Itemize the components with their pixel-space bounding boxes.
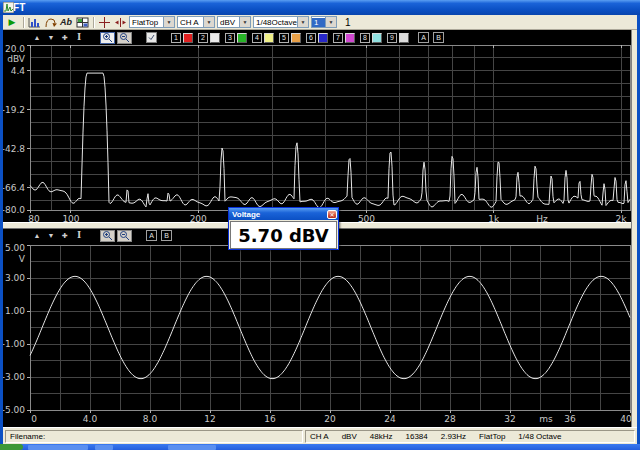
- ibeam-cursor-icon[interactable]: I: [72, 31, 86, 44]
- scroll-down-icon[interactable]: ▼: [44, 229, 58, 242]
- chevron-down-icon[interactable]: ▼: [325, 17, 336, 27]
- x-tick-label: 36: [564, 414, 576, 424]
- zoom-out-button[interactable]: [117, 32, 132, 44]
- channel-color-swatch[interactable]: [372, 33, 382, 43]
- channel-button-4[interactable]: 4: [252, 33, 262, 43]
- y-tick-label: -19.2: [2, 105, 25, 115]
- x-tick-label: 200: [190, 214, 207, 222]
- play-icon: ▶: [9, 18, 16, 27]
- waveform-panel-toolbar: ▲ ▼ ✚ I A B: [3, 229, 172, 242]
- ibeam-cursor-icon[interactable]: I: [72, 229, 86, 242]
- y-axis-unit-label: V: [19, 254, 26, 264]
- average-count-select[interactable]: 1 ▼: [311, 16, 337, 28]
- toolbar-separator: [23, 17, 25, 28]
- channel-color-swatch[interactable]: [183, 33, 193, 43]
- channel-color-swatch[interactable]: [399, 33, 409, 43]
- label-tool-button[interactable]: Ab: [59, 16, 73, 28]
- status-info-item: FlatTop: [479, 432, 505, 441]
- y-tick-label: 20.0: [5, 44, 25, 54]
- channel-button-7[interactable]: 7: [333, 33, 343, 43]
- spectrum-panel-toolbar: ▲ ▼ ✚ I 123456789 A B: [3, 31, 444, 44]
- zoom-out-icon: [119, 32, 130, 43]
- taskbar-button[interactable]: [95, 445, 113, 450]
- channel-color-swatch[interactable]: [237, 33, 247, 43]
- chevron-down-icon[interactable]: ▼: [239, 17, 250, 27]
- x-tick-label: 12: [204, 414, 215, 424]
- channel-color-swatch[interactable]: [345, 33, 355, 43]
- channel-button-group: 123456789: [171, 33, 414, 43]
- grid-checkbox[interactable]: [146, 32, 157, 43]
- unit-select[interactable]: dBV ▼: [217, 16, 251, 28]
- status-info-item: 16384: [405, 432, 427, 441]
- title-bar[interactable]: FFT: [0, 0, 640, 15]
- x-tick-label: 100: [62, 214, 79, 222]
- status-filename-cell: Filename:: [5, 430, 303, 443]
- crosshair-cursor-button[interactable]: [97, 16, 111, 28]
- window-border-left: [0, 15, 3, 444]
- x-tick-label: 32: [504, 414, 515, 424]
- spectrum-view-button[interactable]: [27, 16, 41, 28]
- taskbar-button[interactable]: [28, 445, 88, 450]
- trace-a-button[interactable]: A: [418, 32, 429, 43]
- axis-cursor-icon: [115, 17, 126, 28]
- filename-label: Filename:: [10, 432, 45, 441]
- trace-b-button[interactable]: B: [433, 32, 444, 43]
- octave-resolution-select[interactable]: 1/48Octave ▼: [253, 16, 309, 28]
- voltage-window-titlebar[interactable]: Voltage ✕: [229, 208, 338, 220]
- layout-grid-button[interactable]: [75, 16, 89, 28]
- x-tick-label: 20: [324, 414, 336, 424]
- ab-icon: Ab: [60, 17, 72, 27]
- zoom-in-button[interactable]: [100, 32, 115, 44]
- channel-button-8[interactable]: 8: [360, 33, 370, 43]
- channel-color-swatch[interactable]: [318, 33, 328, 43]
- x-tick-label: 24: [384, 414, 396, 424]
- channel-button-5[interactable]: 5: [279, 33, 289, 43]
- scroll-down-icon[interactable]: ▼: [44, 31, 58, 44]
- channel-color-swatch[interactable]: [264, 33, 274, 43]
- trace-a-button[interactable]: A: [146, 230, 157, 241]
- axis-cursor-button[interactable]: [113, 16, 127, 28]
- channel-color-swatch[interactable]: [210, 33, 220, 43]
- x-tick-label: 16: [264, 414, 276, 424]
- taskbar-button[interactable]: [168, 445, 216, 450]
- zoom-out-button[interactable]: [117, 230, 132, 242]
- spectrum-plot[interactable]: 801002005001kHz2k20.04.4-19.2-42.8-66.4-…: [0, 44, 634, 222]
- y-axis-unit-label: dBV: [7, 54, 26, 64]
- status-info-item: dBV: [342, 432, 357, 441]
- chevron-down-icon[interactable]: ▼: [203, 17, 214, 27]
- transform-button[interactable]: [43, 16, 57, 28]
- scroll-up-icon[interactable]: ▲: [30, 31, 44, 44]
- zoom-in-button[interactable]: [100, 230, 115, 242]
- voltage-window-title: Voltage: [232, 210, 327, 219]
- app-icon: [3, 2, 14, 13]
- bar-chart-icon: [28, 17, 41, 28]
- channel-button-2[interactable]: 2: [198, 33, 208, 43]
- channel-button-6[interactable]: 6: [306, 33, 316, 43]
- x-tick-label: 2k: [616, 214, 628, 222]
- y-tick-label: -80.0: [2, 205, 26, 215]
- start-measurement-button[interactable]: ▶: [5, 16, 19, 28]
- voltage-window-body: 5.70 dBV: [230, 221, 337, 249]
- channel-select[interactable]: CH A ▼: [177, 16, 215, 28]
- x-axis-unit-label: Hz: [536, 214, 548, 222]
- channel-color-swatch[interactable]: [291, 33, 301, 43]
- waveform-plot[interactable]: 04.08.0121620242832ms36405.003.001.00-1.…: [0, 243, 634, 425]
- octave-resolution-value: 1/48Octave: [254, 18, 297, 27]
- close-icon[interactable]: ✕: [327, 210, 337, 219]
- chevron-down-icon[interactable]: ▼: [297, 17, 308, 27]
- voltage-readout-window[interactable]: Voltage ✕ 5.70 dBV: [228, 207, 339, 250]
- window-function-value: FlatTop: [130, 18, 163, 27]
- crosshair-icon[interactable]: ✚: [58, 31, 72, 44]
- average-count-label: 1: [345, 17, 351, 28]
- window-function-select[interactable]: FlatTop ▼: [129, 16, 175, 28]
- crosshair-icon[interactable]: ✚: [58, 229, 72, 242]
- channel-button-9[interactable]: 9: [387, 33, 397, 43]
- start-button[interactable]: [0, 444, 23, 450]
- scroll-up-icon[interactable]: ▲: [30, 229, 44, 242]
- channel-button-3[interactable]: 3: [225, 33, 235, 43]
- chevron-down-icon[interactable]: ▼: [163, 17, 174, 27]
- channel-button-1[interactable]: 1: [171, 33, 181, 43]
- zoom-in-icon: [102, 230, 113, 241]
- average-count-value: 1: [312, 18, 325, 27]
- trace-b-button[interactable]: B: [161, 230, 172, 241]
